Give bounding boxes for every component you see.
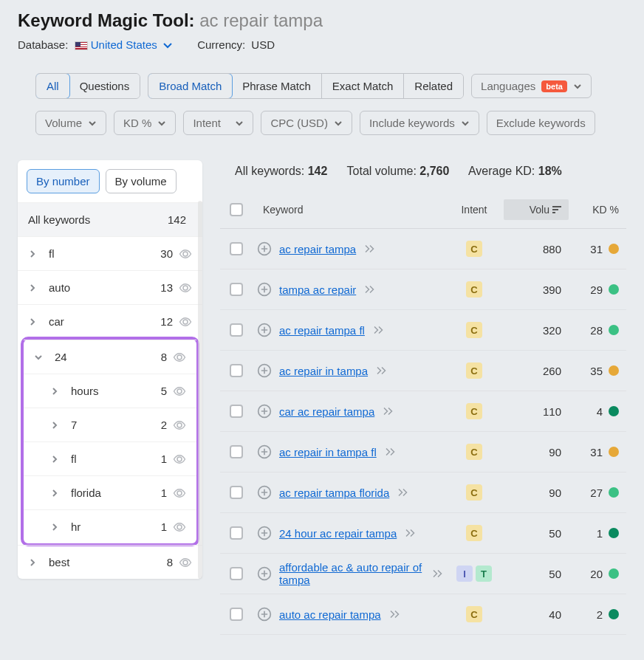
sidebar-item[interactable]: hours 5	[24, 374, 196, 408]
add-keyword-icon[interactable]	[257, 323, 272, 337]
kd-difficulty-dot	[609, 406, 619, 416]
row-checkbox[interactable]	[230, 526, 243, 540]
currency-value: USD	[251, 38, 275, 51]
add-keyword-icon[interactable]	[257, 526, 272, 540]
volume-value: 90	[504, 446, 569, 458]
tab-by-volume[interactable]: By volume	[106, 169, 177, 193]
eye-icon[interactable]	[173, 522, 186, 532]
keyword-link[interactable]: ac repair in tampa	[279, 365, 368, 377]
row-checkbox[interactable]	[230, 486, 243, 499]
sidebar-item[interactable]: 7 2	[24, 408, 196, 441]
sidebar-item[interactable]: best 8	[18, 545, 202, 579]
row-checkbox[interactable]	[230, 445, 243, 458]
row-checkbox[interactable]	[230, 567, 243, 580]
row-checkbox[interactable]	[230, 364, 243, 377]
kd-difficulty-dot	[609, 325, 619, 335]
intent-badge: C	[466, 444, 482, 460]
open-serp-icon[interactable]	[404, 528, 417, 538]
sidebar-item[interactable]: fl 1	[24, 441, 196, 475]
add-keyword-icon[interactable]	[257, 607, 272, 622]
chevron-down-icon	[157, 119, 166, 128]
eye-icon[interactable]	[179, 283, 192, 293]
row-checkbox[interactable]	[230, 405, 243, 418]
keyword-link[interactable]: auto ac repair tampa	[279, 608, 381, 621]
keyword-link[interactable]: affordable ac & auto repair of tampa	[279, 561, 424, 586]
include-keywords-filter[interactable]: Include keywords	[360, 111, 479, 135]
keyword-link[interactable]: tampa ac repair	[279, 283, 356, 296]
kd-value: 27	[590, 487, 603, 499]
keyword-link[interactable]: ac repair in tampa fl	[279, 446, 377, 458]
open-serp-icon[interactable]	[382, 406, 395, 416]
open-serp-icon[interactable]	[363, 284, 377, 295]
languages-dropdown[interactable]: Languages beta	[471, 74, 592, 98]
sidebar-scrollbar[interactable]	[198, 201, 202, 579]
intent-badge: C	[466, 525, 482, 541]
sidebar-item[interactable]: auto 13	[18, 270, 202, 304]
sidebar-item[interactable]: car 12	[18, 304, 202, 338]
database-value: United States	[91, 38, 157, 51]
eye-icon[interactable]	[173, 488, 186, 498]
row-checkbox[interactable]	[230, 242, 243, 255]
tab-all[interactable]: All	[35, 73, 70, 99]
add-keyword-icon[interactable]	[257, 566, 272, 581]
intent-filter[interactable]: Intent	[183, 111, 253, 135]
chevron-down-icon	[573, 82, 582, 91]
open-serp-icon[interactable]	[388, 609, 402, 619]
eye-icon[interactable]	[173, 352, 186, 362]
open-serp-icon[interactable]	[431, 568, 445, 579]
tab-questions[interactable]: Questions	[69, 74, 140, 98]
select-all-checkbox[interactable]	[230, 203, 243, 216]
eye-icon[interactable]	[173, 454, 186, 464]
open-serp-icon[interactable]	[375, 365, 388, 376]
row-checkbox[interactable]	[230, 608, 243, 621]
row-checkbox[interactable]	[230, 283, 243, 296]
eye-icon[interactable]	[179, 317, 192, 327]
cpc-filter[interactable]: CPC (USD)	[261, 111, 352, 135]
tab-by-number[interactable]: By number	[27, 169, 100, 193]
beta-badge: beta	[541, 80, 567, 92]
eye-icon[interactable]	[173, 386, 186, 396]
volume-filter[interactable]: Volume	[35, 111, 106, 135]
sidebar-item-all[interactable]: All keywords 142	[18, 202, 202, 236]
open-serp-icon[interactable]	[384, 447, 397, 457]
exclude-keywords-filter[interactable]: Exclude keywords	[487, 111, 595, 135]
keyword-link[interactable]: 24 hour ac repair tampa	[279, 527, 397, 540]
keywords-table: Keyword Intent Volu KD % ac repair tampa…	[220, 191, 626, 635]
tab-related[interactable]: Related	[404, 74, 463, 98]
database-selector[interactable]: United States	[91, 38, 175, 51]
tab-exact-match[interactable]: Exact Match	[322, 74, 405, 98]
kd-value: 35	[590, 365, 603, 377]
chevron-right-icon	[28, 317, 38, 326]
kd-filter[interactable]: KD %	[114, 111, 176, 135]
column-intent[interactable]: Intent	[445, 199, 504, 220]
tab-broad-match[interactable]: Broad Match	[148, 73, 233, 99]
open-serp-icon[interactable]	[363, 244, 377, 254]
add-keyword-icon[interactable]	[257, 282, 272, 297]
row-checkbox[interactable]	[230, 323, 243, 337]
open-serp-icon[interactable]	[372, 325, 386, 335]
add-keyword-icon[interactable]	[257, 241, 272, 256]
eye-icon[interactable]	[173, 420, 186, 430]
add-keyword-icon[interactable]	[257, 404, 272, 419]
column-volume[interactable]: Volu	[504, 199, 569, 220]
keyword-link[interactable]: car ac repair tampa	[279, 405, 374, 418]
tab-phrase-match[interactable]: Phrase Match	[232, 74, 322, 98]
table-row: auto ac repair tampa C 40 2	[220, 594, 626, 635]
sidebar-item[interactable]: fl 30	[18, 236, 202, 270]
open-serp-icon[interactable]	[397, 487, 410, 498]
keyword-link[interactable]: ac repair tampa florida	[279, 487, 389, 499]
add-keyword-icon[interactable]	[257, 485, 272, 500]
keyword-link[interactable]: ac repair tampa fl	[279, 324, 365, 337]
kd-value: 28	[590, 324, 603, 337]
column-kd[interactable]: KD %	[569, 199, 626, 220]
eye-icon[interactable]	[179, 557, 192, 568]
eye-icon[interactable]	[179, 249, 192, 259]
column-keyword[interactable]: Keyword	[253, 199, 445, 220]
sidebar-item[interactable]: hr 1	[24, 509, 196, 543]
database-label: Database:	[18, 38, 68, 51]
sidebar-item[interactable]: florida 1	[24, 475, 196, 509]
add-keyword-icon[interactable]	[257, 444, 272, 459]
keyword-link[interactable]: ac repair tampa	[279, 243, 356, 255]
add-keyword-icon[interactable]	[257, 363, 272, 378]
sidebar-item-expanded[interactable]: 24 8	[24, 340, 196, 374]
